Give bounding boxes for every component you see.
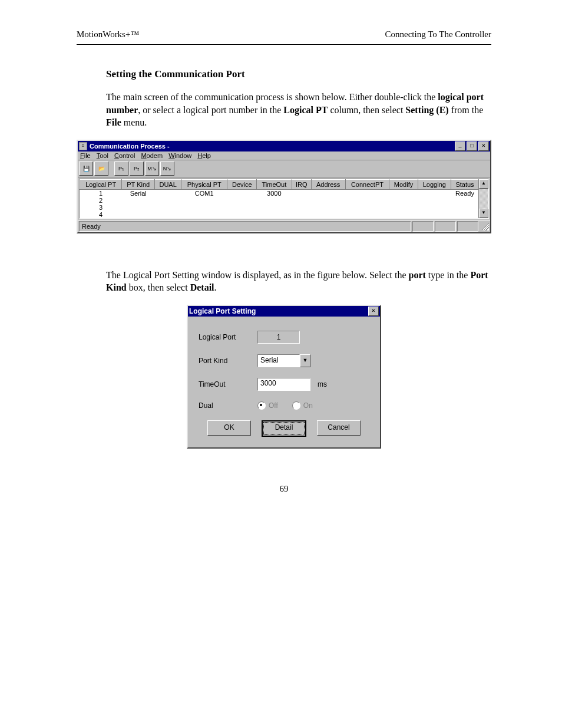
minimize-button[interactable]: _ — [455, 141, 465, 151]
timeout-unit: ms — [318, 380, 327, 388]
titlebar[interactable]: ≡ Communication Process - _ □ × — [78, 141, 490, 151]
header-rule — [77, 44, 491, 45]
label-dual: Dual — [199, 401, 257, 410]
value-logical-port: 1 — [257, 331, 300, 344]
toolbar-open-icon[interactable]: 📂 — [94, 162, 108, 176]
radio-icon — [257, 401, 266, 410]
col-timeout[interactable]: TimeOut — [257, 179, 292, 189]
status-pane-3 — [457, 221, 478, 232]
table-row[interactable]: 4 — [80, 211, 479, 218]
menu-tool[interactable]: Tool — [97, 152, 108, 159]
label-port-kind: Port Kind — [199, 357, 257, 365]
table-row[interactable]: 3 — [80, 204, 479, 211]
col-connectpt[interactable]: ConnectPT — [345, 179, 389, 189]
logical-port-setting-dialog: Logical Port Setting × Logical Port 1 Po… — [187, 305, 381, 449]
header-right: Connecting To The Controller — [385, 29, 491, 39]
col-irq[interactable]: IRQ — [292, 179, 311, 189]
status-pane-1 — [412, 221, 434, 232]
port-kind-value: Serial — [257, 354, 300, 367]
label-timeout: TimeOut — [199, 380, 257, 388]
col-pt-kind[interactable]: PT Kind — [122, 179, 155, 189]
dialog-title: Logical Port Setting — [189, 307, 256, 315]
scroll-up-icon[interactable]: ▲ — [479, 179, 488, 189]
grid-scrollbar[interactable]: ▲ ▼ — [478, 179, 488, 218]
detail-button[interactable]: Detail — [262, 420, 306, 437]
menubar: File Tool Control Modem Window Help — [78, 151, 490, 160]
toolbar-save-icon[interactable]: 💾 — [79, 162, 93, 176]
ok-button[interactable]: OK — [207, 420, 251, 436]
close-button[interactable]: × — [478, 141, 489, 151]
dialog-close-button[interactable]: × — [368, 307, 379, 316]
col-status[interactable]: Status — [451, 179, 478, 189]
timeout-input[interactable]: 3000 — [257, 378, 310, 391]
dual-off-radio[interactable]: Off — [257, 401, 278, 410]
toolbar: 💾 📂 P₁ P₂ M↘ N↘ — [78, 160, 490, 177]
toolbar-m-icon[interactable]: M↘ — [145, 162, 159, 176]
toolbar-p1-icon[interactable]: P₁ — [114, 162, 128, 176]
window-title: Communication Process - — [90, 143, 170, 150]
port-kind-select[interactable]: Serial ▼ — [257, 354, 310, 367]
scroll-down-icon[interactable]: ▼ — [479, 209, 488, 218]
col-logical-pt[interactable]: Logical PT — [80, 179, 122, 189]
menu-file[interactable]: File — [80, 152, 91, 159]
table-row[interactable]: 2 — [80, 197, 479, 204]
col-dual[interactable]: DUAL — [155, 179, 181, 189]
chevron-down-icon[interactable]: ▼ — [300, 354, 310, 367]
toolbar-n-icon[interactable]: N↘ — [160, 162, 174, 176]
paragraph-2: The Logical Port Setting window is displ… — [106, 269, 491, 294]
col-physical-pt[interactable]: Physical PT — [181, 179, 227, 189]
dual-on-radio[interactable]: On — [292, 401, 313, 410]
radio-icon — [292, 401, 300, 410]
grid-header-row: Logical PT PT Kind DUAL Physical PT Devi… — [80, 179, 479, 189]
header-left: MotionWorks+™ — [77, 29, 139, 39]
menu-control[interactable]: Control — [114, 152, 135, 159]
label-logical-port: Logical Port — [199, 333, 257, 341]
paragraph-1: The main screen of the communication pro… — [106, 91, 491, 129]
col-device[interactable]: Device — [227, 179, 257, 189]
status-pane-2 — [435, 221, 456, 232]
cancel-button[interactable]: Cancel — [317, 420, 361, 436]
port-grid: Logical PT PT Kind DUAL Physical PT Devi… — [79, 179, 489, 219]
page-number: 69 — [77, 484, 491, 494]
col-address[interactable]: Address — [311, 179, 345, 189]
table-row[interactable]: 1 Serial COM1 3000 Ready — [80, 189, 479, 197]
communication-process-window: ≡ Communication Process - _ □ × File Too… — [77, 140, 491, 233]
maximize-button[interactable]: □ — [467, 141, 477, 151]
app-icon: ≡ — [79, 142, 87, 150]
menu-help[interactable]: Help — [197, 152, 211, 159]
resize-grip-icon[interactable] — [480, 221, 489, 230]
dialog-titlebar[interactable]: Logical Port Setting × — [188, 306, 380, 317]
status-text: Ready — [79, 221, 411, 232]
menu-window[interactable]: Window — [168, 152, 191, 159]
col-modify[interactable]: Modify — [389, 179, 418, 189]
col-logging[interactable]: Logging — [418, 179, 451, 189]
menu-modem[interactable]: Modem — [141, 152, 163, 159]
section-title: Setting the Communication Port — [106, 68, 491, 80]
toolbar-p2-icon[interactable]: P₂ — [130, 162, 144, 176]
statusbar: Ready — [78, 220, 490, 232]
